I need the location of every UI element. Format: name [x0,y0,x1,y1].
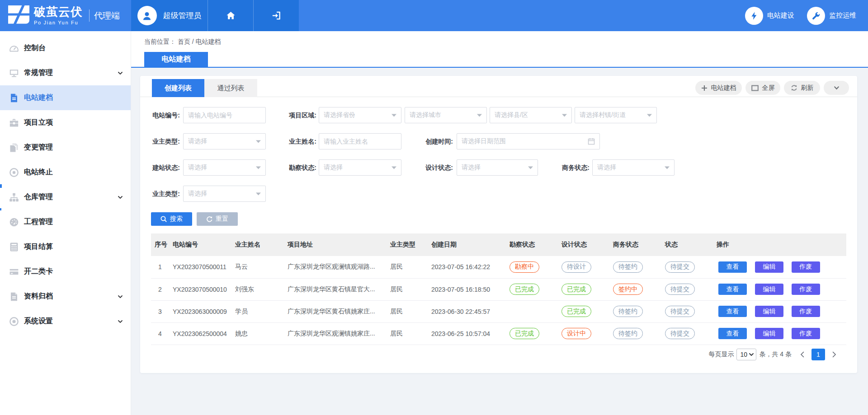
prev-page-button[interactable] [799,349,806,360]
edit-button[interactable]: 编辑 [755,328,783,339]
calendar-icon [588,138,595,145]
caret-down-icon [392,166,396,169]
table-row: 4 YX2023062500004 姚忠 广东深圳龙华区观澜镇姚家庄... 居民… [151,322,846,345]
business-status-pill: 待签约 [613,328,643,339]
sidebar-item-engineering-mgmt[interactable]: 工程管理 [0,210,131,234]
nav-monitor-ops[interactable]: 监控运维 [807,7,856,25]
caret-down-icon [256,166,261,169]
cell-code: YX2023063000009 [173,300,235,322]
col-survey: 勘察状态 [509,233,561,256]
search-button[interactable]: 搜索 [151,212,192,226]
view-button[interactable]: 查看 [718,306,747,317]
survey-status-select[interactable]: 请选择 [319,159,401,176]
void-button[interactable]: 作废 [792,261,820,273]
station-code-input[interactable] [183,107,266,123]
view-button[interactable]: 查看 [718,261,747,273]
void-button[interactable]: 作废 [792,284,820,295]
breadcrumb-path[interactable]: 首页 / 电站建档 [178,38,221,45]
filter-label-survey-status: 勘察状态: [276,159,316,176]
main-area: 当前位置： 首页 / 电站建档 电站建档 创建列表 通过列表 电站建档 全屏 [131,31,868,415]
stop-circle-icon [9,167,19,178]
date-range-input[interactable]: 请选择日期范围 [457,133,600,149]
nav-station-build[interactable]: 电站建设 [745,7,794,25]
cell-type: 居民 [390,278,431,300]
view-button[interactable]: 查看 [718,328,747,339]
void-button[interactable]: 作废 [792,328,820,339]
survey-status-pill: 已完成 [509,284,539,295]
cell-owner: 马云 [235,256,288,278]
void-button[interactable]: 作废 [792,306,820,317]
table-row: 3 YX2023063000009 学员 广东深圳龙华区黄石镇姚家庄... 居民… [151,300,846,322]
cell-owner: 学员 [235,300,288,322]
logout-button[interactable] [254,0,299,31]
brand-portal: 代理端 [94,10,120,22]
table-header-row: 序号 电站编号 业主姓名 项目地址 业主类型 创建日期 勘察状态 设计状态 商务… [151,233,846,256]
status-pill: 待提交 [665,284,695,295]
page-tab-station-archive[interactable]: 电站建档 [144,52,208,67]
sidebar-item-open-card[interactable]: 开二类卡 [0,259,131,284]
cell-owner: 姚忠 [235,322,288,345]
filter-label-owner-name: 业主姓名: [276,133,316,149]
town-select[interactable]: 请选择村镇/街道 [575,107,657,123]
per-page-select[interactable]: 10 [736,349,756,360]
chevron-down-icon [117,70,123,76]
sidebar-item-project-settlement[interactable]: 项目结算 [0,234,131,259]
home-button[interactable] [208,0,254,31]
filter-label-design-status: 设计状态: [411,159,453,176]
disc-icon [9,316,19,327]
user-info[interactable]: 超级管理员 [131,0,208,31]
sidebar-item-general-mgmt[interactable]: 常规管理 [0,61,131,85]
caret-down-icon [562,114,567,117]
province-select[interactable]: 请选择省份 [319,107,401,123]
business-status-pill: 待签约 [613,306,643,317]
filter-label-build-status: 建站状态: [140,159,180,176]
edit-button[interactable]: 编辑 [755,261,783,273]
search-icon [160,216,167,222]
username: 超级管理员 [163,10,202,21]
user-block: 超级管理员 [131,0,299,31]
panel: 创建列表 通过列表 电站建档 全屏 [140,76,857,373]
sidebar: 控制台 常规管理 电站建档 [0,31,131,415]
sidebar-item-system-settings[interactable]: 系统设置 [0,309,131,334]
cell-address: 广东深圳龙华区黄石镇姚家庄... [288,300,390,322]
sidebar-item-warehouse-mgmt[interactable]: 仓库管理 [0,185,131,210]
cell-address: 广东深圳龙华区黄石镇星官大... [288,278,390,300]
brand: 破茧云伏 Po Jian Yun Fu 代理端 [0,0,131,31]
business-status-select[interactable]: 请选择 [592,159,675,176]
design-status-select[interactable]: 请选择 [457,159,538,176]
sidebar-item-data-archive[interactable]: 资料归档 [0,284,131,309]
county-select[interactable]: 请选择县/区 [490,107,572,123]
cell-date: 2023-07-05 16:18:50 [431,278,509,300]
sidebar-item-station-archive[interactable]: 电站建档 [0,85,131,110]
cell-date: 2023-07-05 16:42:22 [431,256,509,278]
design-status-pill: 已完成 [561,284,591,295]
owner-type-select[interactable]: 请选择 [183,133,266,149]
sidebar-item-console[interactable]: 控制台 [0,36,131,61]
reset-button[interactable]: 重置 [197,212,238,226]
monitor-icon [9,68,19,79]
briefcase-icon [9,117,19,128]
city-select[interactable]: 请选择城市 [405,107,487,123]
brand-divider [89,9,90,22]
owner-type2-select[interactable]: 请选择 [183,186,266,202]
caret-down-icon [528,166,533,169]
filter-label-create-time: 创建时间: [411,133,453,149]
next-page-button[interactable] [830,349,838,360]
edit-button[interactable]: 编辑 [755,284,783,295]
sidebar-item-change-mgmt[interactable]: 变更管理 [0,135,131,160]
cell-code: YX2023070500011 [173,256,235,278]
page-number-1[interactable]: 1 [811,349,825,360]
view-button[interactable]: 查看 [718,284,747,295]
sidebar-item-station-terminate[interactable]: 电站终止 [0,160,131,185]
per-page-label: 每页显示 [708,350,734,359]
build-status-select[interactable]: 请选择 [183,159,266,176]
edit-button[interactable]: 编辑 [755,306,783,317]
survey-status-pill: 已完成 [509,328,539,339]
station-table: 序号 电站编号 业主姓名 项目地址 业主类型 创建日期 勘察状态 设计状态 商务… [151,233,846,345]
lightning-icon [749,11,759,21]
design-status-pill: 已完成 [561,306,591,317]
owner-name-input[interactable] [319,133,401,149]
calculator-icon [9,242,19,252]
sidebar-item-project-initiation[interactable]: 项目立项 [0,110,131,135]
table-row: 2 YX2023070500010 刘强东 广东深圳龙华区黄石镇星官大... 居… [151,278,846,300]
